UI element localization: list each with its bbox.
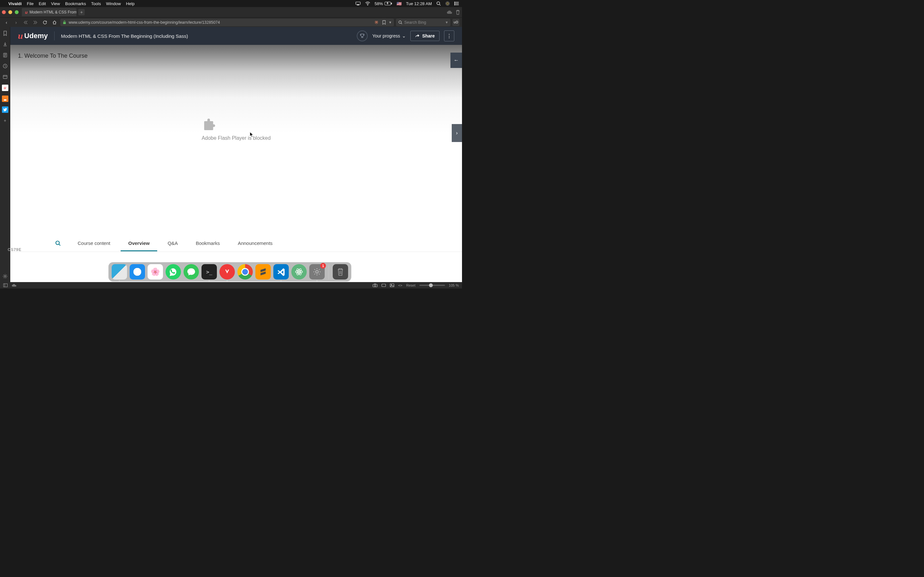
status-images-icon[interactable] bbox=[390, 284, 394, 287]
dock-finder-icon[interactable] bbox=[111, 264, 127, 279]
extension-ublock-icon[interactable]: uO bbox=[452, 19, 459, 26]
nav-rewind-button[interactable] bbox=[22, 19, 29, 26]
status-pageactions-icon[interactable]: <> bbox=[398, 284, 402, 287]
url-bar[interactable]: www.udemy.com/course/modern-html-css-fro… bbox=[60, 19, 394, 26]
tab-overview[interactable]: Overview bbox=[127, 235, 151, 251]
svg-point-11 bbox=[399, 21, 401, 23]
course-title[interactable]: Modern HTML & CSS From The Beginning (In… bbox=[61, 33, 188, 39]
share-button[interactable]: Share bbox=[410, 31, 439, 41]
status-capture-icon[interactable] bbox=[373, 284, 378, 287]
nav-back-button[interactable]: ‹ bbox=[3, 19, 10, 26]
panel-add-icon[interactable]: + bbox=[2, 117, 8, 124]
dock-vscode-icon[interactable] bbox=[273, 264, 289, 279]
siri-icon[interactable] bbox=[445, 1, 450, 6]
dock-messages-icon[interactable] bbox=[184, 264, 199, 279]
window-close-button[interactable] bbox=[2, 10, 6, 14]
menu-file[interactable]: File bbox=[27, 1, 34, 6]
panel-settings-icon[interactable] bbox=[2, 273, 8, 279]
tab-search-icon[interactable] bbox=[55, 240, 61, 246]
svg-point-9 bbox=[454, 5, 455, 5]
zoom-slider-thumb[interactable] bbox=[429, 284, 433, 287]
your-progress-button[interactable]: Your progress ⌄ bbox=[372, 33, 406, 39]
zoom-reset-button[interactable]: Reset bbox=[406, 284, 415, 287]
menu-tools[interactable]: Tools bbox=[91, 1, 101, 6]
browser-tab-active[interactable]: u Modern HTML & CSS From T bbox=[22, 8, 76, 16]
menubar-list-icon[interactable] bbox=[454, 2, 459, 5]
dock-atom-icon[interactable] bbox=[291, 264, 307, 279]
panel-window-icon[interactable] bbox=[2, 74, 8, 80]
new-tab-button[interactable]: + bbox=[78, 9, 85, 15]
content-tab-bar: Course content Overview Q&A Bookmarks An… bbox=[10, 235, 462, 252]
status-sync-icon[interactable] bbox=[11, 284, 17, 287]
dock-badge: 1 bbox=[320, 263, 326, 269]
panel-notes-icon[interactable] bbox=[2, 52, 8, 58]
svg-point-16 bbox=[56, 241, 59, 245]
panel-downloads-icon[interactable] bbox=[2, 41, 8, 47]
battery-icon[interactable] bbox=[384, 2, 392, 5]
panel-history-icon[interactable] bbox=[2, 63, 8, 69]
video-player-area: 1. Welcome To The Course ← › Adobe Flash… bbox=[10, 45, 462, 221]
menu-bookmarks[interactable]: Bookmarks bbox=[65, 1, 86, 6]
tab-qna[interactable]: Q&A bbox=[166, 235, 179, 251]
dock-photos-icon[interactable]: 🌸 bbox=[148, 264, 163, 279]
nav-fastforward-button[interactable] bbox=[31, 19, 39, 26]
vivaldi-panel-sidebar: u + bbox=[0, 27, 10, 282]
dock-whatsapp-icon[interactable] bbox=[166, 264, 181, 279]
tab-title: Modern HTML & CSS From T bbox=[29, 10, 76, 15]
more-menu-button[interactable]: ⋮ bbox=[444, 31, 454, 41]
window-minimize-button[interactable] bbox=[8, 10, 12, 14]
dock-terminal-icon[interactable]: >_ bbox=[202, 264, 217, 279]
search-field[interactable]: Search Bing ▾ bbox=[396, 19, 451, 26]
zoom-slider[interactable] bbox=[419, 285, 445, 286]
panel-udemy-icon[interactable]: u bbox=[2, 85, 8, 91]
url-text: www.udemy.com/course/modern-html-css-fro… bbox=[69, 20, 220, 25]
dock-safari-icon[interactable] bbox=[129, 264, 145, 279]
svg-point-26 bbox=[298, 271, 300, 272]
dock-trash-icon[interactable] bbox=[333, 264, 348, 279]
panel-bookmarks-icon[interactable] bbox=[2, 30, 8, 37]
dock-sublime-icon[interactable] bbox=[255, 264, 271, 279]
dock-vivaldi-icon[interactable] bbox=[220, 264, 235, 279]
flash-blocked-message[interactable]: Adobe Flash Player is blocked bbox=[202, 118, 270, 141]
dock-separator bbox=[328, 266, 329, 279]
svg-point-5 bbox=[446, 2, 449, 5]
tab-favicon-icon: u bbox=[25, 10, 27, 15]
spotlight-icon[interactable] bbox=[436, 1, 441, 6]
next-lesson-button[interactable]: › bbox=[452, 124, 462, 142]
more-vertical-icon: ⋮ bbox=[447, 33, 452, 39]
trash-icon[interactable] bbox=[456, 10, 460, 15]
sync-cloud-icon[interactable] bbox=[447, 10, 452, 14]
status-panel-toggle-icon[interactable] bbox=[3, 284, 8, 287]
bookmark-icon[interactable] bbox=[382, 20, 386, 25]
dock-chrome-icon[interactable] bbox=[237, 264, 253, 279]
menu-window[interactable]: Window bbox=[106, 1, 121, 6]
trophy-icon[interactable] bbox=[357, 31, 368, 41]
status-tiling-icon[interactable] bbox=[381, 284, 386, 287]
menubar-clock[interactable]: Tue 12:28 AM bbox=[406, 1, 432, 6]
panel-stackoverflow-icon[interactable] bbox=[2, 95, 8, 102]
sidebar-collapse-button[interactable]: ← bbox=[451, 53, 462, 68]
wifi-icon[interactable] bbox=[365, 2, 370, 5]
menu-edit[interactable]: Edit bbox=[39, 1, 46, 6]
panel-twitter-icon[interactable] bbox=[2, 106, 8, 113]
menu-app-name[interactable]: Vivaldi bbox=[8, 1, 22, 6]
tab-announcements[interactable]: Announcements bbox=[236, 235, 274, 251]
search-dropdown-icon[interactable]: ▾ bbox=[446, 20, 448, 25]
url-dropdown-icon[interactable]: ▾ bbox=[389, 20, 391, 25]
menu-help[interactable]: Help bbox=[126, 1, 135, 6]
tracker-block-icon[interactable]: ⛨ bbox=[375, 20, 379, 25]
nav-home-button[interactable] bbox=[51, 19, 58, 26]
nav-forward-button[interactable]: › bbox=[12, 19, 20, 26]
share-label: Share bbox=[422, 33, 435, 39]
svg-rect-14 bbox=[3, 75, 7, 79]
tab-bookmarks[interactable]: Bookmarks bbox=[194, 235, 221, 251]
nav-reload-button[interactable] bbox=[41, 19, 49, 26]
flag-icon[interactable]: 🇺🇸 bbox=[397, 1, 402, 6]
dock-systempreferences-icon[interactable]: 1 bbox=[309, 264, 325, 279]
menu-view[interactable]: View bbox=[51, 1, 60, 6]
svg-rect-20 bbox=[382, 284, 386, 287]
window-zoom-button[interactable] bbox=[15, 10, 19, 14]
udemy-logo[interactable]: u Udemy bbox=[18, 31, 48, 41]
airplay-icon[interactable] bbox=[355, 2, 360, 5]
tab-course-content[interactable]: Course content bbox=[76, 235, 111, 251]
